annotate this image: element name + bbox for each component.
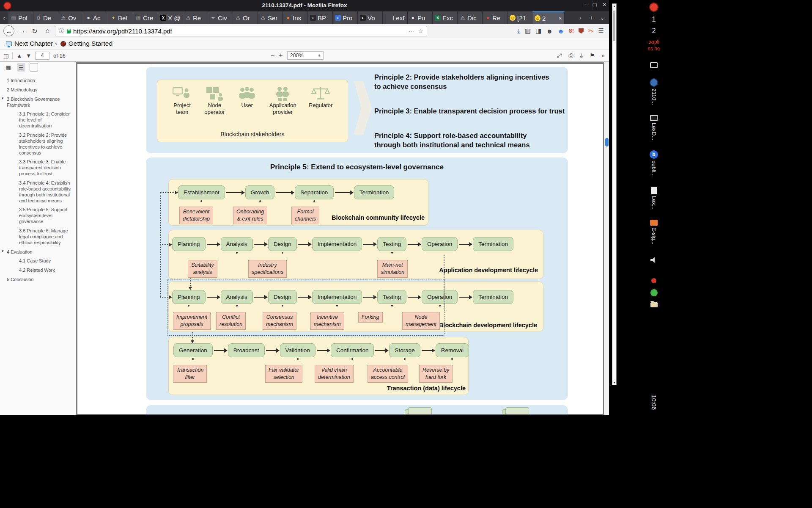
close-button[interactable]: ✕	[602, 2, 606, 8]
bookmark-star-icon[interactable]: ☆	[418, 28, 423, 34]
zoom-in-button[interactable]: +	[279, 52, 283, 59]
pdf-scrollbar-thumb[interactable]	[605, 138, 609, 146]
menu-icon[interactable]: ☰	[598, 27, 604, 35]
outline-item[interactable]: 3.1 Principle 1: Consider the level of d…	[0, 110, 76, 131]
outline-item[interactable]: 5 Conclusion	[0, 275, 76, 284]
site-info-icon[interactable]: ⓘ	[59, 27, 64, 35]
dock-window-esig[interactable]: E-sig...	[650, 220, 658, 244]
attachments-view-icon[interactable]	[30, 63, 38, 72]
url-bar[interactable]: ⓘ https://arxiv.org/pdf/2110.13374.pdf ⋯…	[55, 26, 427, 36]
list-tabs-button[interactable]: ⌄	[597, 14, 607, 21]
forward-button[interactable]: →	[17, 26, 27, 36]
tab-ins[interactable]: Ins	[283, 11, 308, 24]
speaker-icon[interactable]	[650, 257, 657, 263]
reload-button[interactable]: ↻	[30, 26, 40, 36]
workspace-1[interactable]: 1	[652, 16, 656, 23]
tab-bel[interactable]: Bel	[108, 11, 133, 24]
tab-cre[interactable]: Cre	[133, 11, 158, 24]
collapse-triangle-icon[interactable]: ▾	[2, 96, 4, 101]
bookmark-view-icon[interactable]: ⚑	[590, 52, 595, 59]
tab-vo[interactable]: Vo	[358, 11, 383, 24]
bookmark-getting-started[interactable]: Getting Started	[60, 40, 112, 47]
tab-lexd[interactable]: LexD	[383, 11, 408, 24]
outline-item[interactable]: 3.2 Principle 2: Provide stakeholders al…	[0, 131, 76, 157]
url-text[interactable]: https://arxiv.org/pdf/2110.13374.pdf	[73, 28, 406, 35]
tab-de[interactable]: De	[33, 11, 58, 24]
tab-ser[interactable]: Ser	[258, 11, 283, 24]
scroll-down-icon[interactable]: ▼	[613, 381, 616, 384]
next-page-icon[interactable]: ▼	[26, 52, 31, 59]
screen-scrollbar-thumb[interactable]	[613, 11, 615, 41]
dock-window-publi[interactable]: bpubli...	[650, 150, 658, 177]
toggle-sidebar-icon[interactable]: ◫	[3, 52, 8, 59]
new-tab-button[interactable]: +	[586, 14, 596, 21]
files-icon[interactable]	[650, 302, 658, 307]
tab-re[interactable]: Re	[183, 11, 208, 24]
previous-page-icon[interactable]: ▲	[16, 52, 22, 59]
save-icon[interactable]: ⤓	[580, 52, 582, 59]
screen-scrollbar[interactable]: ▲ ▼	[612, 3, 617, 385]
scroll-tabs-right-button[interactable]: ›	[575, 14, 585, 21]
tab-pu[interactable]: Pu	[408, 11, 433, 24]
home-button[interactable]: ⌂	[42, 26, 52, 36]
tab-pro[interactable]: Pro	[333, 11, 358, 24]
workspace-2[interactable]: 2	[652, 27, 656, 35]
extension-s-icon[interactable]: S!	[569, 28, 574, 34]
tab-2[interactable]: 2×	[532, 11, 565, 24]
outline-item[interactable]: 3.3 Principle 3: Enable transparent deci…	[0, 157, 76, 179]
tab-civ[interactable]: Civ	[208, 11, 233, 24]
zoom-select[interactable]: 200% ▲▼	[287, 51, 324, 60]
page-number-input[interactable]	[35, 52, 49, 60]
tab-bp[interactable]: BP	[308, 11, 333, 24]
clipper-extension-icon[interactable]: ✂	[588, 27, 594, 35]
tab-xx[interactable]: X @x	[158, 11, 183, 24]
dock-window-2110[interactable]: 2110...	[650, 78, 658, 105]
outline-item[interactable]: 4.1 Case Study	[0, 257, 76, 266]
profile-icon[interactable]: ☻	[557, 28, 564, 35]
outline-item[interactable]: 1 Introduction	[0, 76, 76, 86]
outline-item[interactable]: 2 Methodology	[0, 86, 76, 95]
outline-item[interactable]: 3.5 Principle 5: Support ecosystem-level…	[0, 205, 76, 226]
thumbnails-view-icon[interactable]: ▦	[4, 63, 13, 72]
shield-extension-icon[interactable]	[579, 28, 584, 34]
dock-window-lexd[interactable]: LexD...	[650, 115, 658, 140]
presentation-mode-icon[interactable]: ⤢	[557, 52, 562, 59]
pen-icon	[210, 15, 216, 21]
tab-ov[interactable]: Ov	[58, 11, 83, 24]
page-actions-icon[interactable]: ⋯	[408, 28, 414, 34]
scroll-up-icon[interactable]: ▲	[613, 5, 616, 8]
minimize-button[interactable]: –	[584, 2, 587, 8]
zoom-out-button[interactable]: −	[271, 52, 274, 59]
dock-window-blank[interactable]	[650, 62, 658, 68]
account-icon[interactable]: ☻	[546, 28, 553, 35]
tab-21[interactable]: [21	[508, 11, 532, 24]
downloads-icon[interactable]: ⤓	[517, 27, 520, 35]
status-green-icon[interactable]	[650, 289, 658, 296]
outline-item[interactable]: 4.2 Related Work	[0, 266, 76, 275]
print-icon[interactable]: ⎙	[568, 52, 573, 59]
notification-icon[interactable]	[651, 278, 656, 283]
back-button[interactable]: ←	[3, 25, 14, 36]
collapse-triangle-icon[interactable]: ▾	[2, 249, 4, 254]
more-tools-icon[interactable]: »	[601, 52, 605, 59]
sidebar-toggle-icon[interactable]: ◨	[535, 27, 541, 35]
tab-ac[interactable]: Ac	[83, 11, 108, 24]
tab-or[interactable]: Or	[233, 11, 258, 24]
maximize-button[interactable]: ▢	[593, 2, 597, 8]
tab-pol[interactable]: Pol	[8, 11, 33, 24]
tab-re[interactable]: Re	[483, 11, 508, 24]
pdf-scrollbar[interactable]	[604, 62, 609, 415]
dock-window-lex[interactable]: Lex...	[651, 187, 657, 210]
tab-exc[interactable]: Exc	[433, 11, 458, 24]
outline-item[interactable]: 3.6 Principle 6: Manage legal compliance…	[0, 226, 76, 248]
scroll-tabs-left-button[interactable]: ‹	[0, 11, 8, 24]
library-icon[interactable]: ▥	[525, 27, 531, 35]
outline-item[interactable]: 3.4 Principle 4: Establish role-based ac…	[0, 179, 76, 205]
outline-item[interactable]: ▾4 Evaluation	[0, 248, 76, 257]
outline-view-icon[interactable]: ☰	[17, 63, 25, 72]
tab-dic[interactable]: Dic	[458, 11, 483, 24]
outline-item[interactable]: ▾3 Blockchain Governance Framework	[0, 95, 76, 110]
tab-close-icon[interactable]: ×	[559, 15, 562, 22]
app-indicator-icon[interactable]	[649, 3, 658, 12]
bookmark-next-chapter[interactable]: Next Chapter ›	[6, 40, 57, 47]
